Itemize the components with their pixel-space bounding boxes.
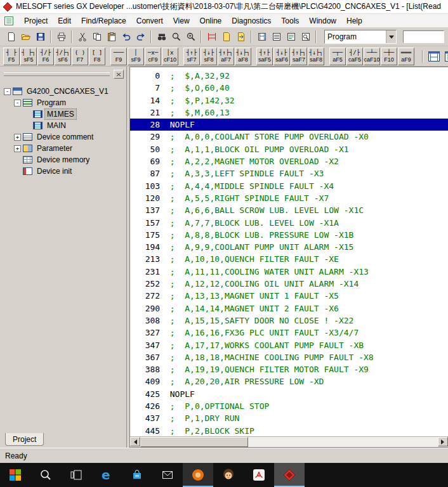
menu-help[interactable]: Help [341, 15, 367, 27]
print-button[interactable] [54, 30, 69, 44]
acrobat-button[interactable] [244, 463, 274, 487]
combo-dropdown-button[interactable] [386, 30, 396, 43]
fkey-caf10-button[interactable]: ─┴─caF10 [364, 48, 380, 65]
collapse-minus-box[interactable]: - [14, 100, 21, 107]
gx-developer-app-button[interactable] [274, 463, 305, 487]
fkey-sf5-button[interactable]: ┤ ├┐sF5 [20, 48, 37, 65]
menu-window[interactable]: Window [304, 15, 341, 27]
menu-find-replace[interactable]: Find/Replace [76, 15, 131, 27]
program-line-272[interactable]: 272 ; A,13,13,MAGNET UNIT 1 FAULT -X5 [130, 290, 448, 302]
program-line-367[interactable]: 367 ; A,18,18,MACHINE COOLING PUMP FAULT… [130, 351, 448, 363]
tree-item-device-init[interactable]: Device init [0, 166, 126, 177]
fkey-f7-button[interactable]: ( )F7 [72, 48, 88, 65]
program-line-409[interactable]: 409 ; A,20,20,AIR PRESSURE LOW -XD [130, 375, 448, 387]
menu-diagnostics[interactable]: Diagnostics [227, 15, 276, 27]
tree-item-device-comment[interactable]: +Device comment [0, 131, 126, 143]
program-line-327[interactable]: 327 ; A,16,16,FX3G PLC UNIT FAULT -X3/4/… [130, 327, 448, 339]
fkey-saf5-button[interactable]: ┤↑├saF5 [256, 48, 273, 65]
program-line-194[interactable]: 194 ; A,9,9,COOLANT PUMP UNIT ALARM -X15 [130, 241, 448, 253]
fkey-sf8-button[interactable]: ┤↓├sF8 [201, 48, 217, 65]
zoom-button[interactable] [169, 30, 183, 44]
fkey-f8-button[interactable]: [ ]F8 [89, 48, 105, 65]
program-line-426[interactable]: 426 ; P,0,OPTIONAL STOP [130, 400, 448, 412]
program-line-120[interactable]: 120 ; A,5,5,RIGHT SPINDLE FAULT -X7 [130, 192, 448, 204]
program-line-388[interactable]: 388 ; A,19,19,QUENCH FILTER MOTOR FAULT … [130, 363, 448, 375]
fkey-sf9-button[interactable]: │sF9 [128, 48, 144, 65]
fkey-sf7-button[interactable]: ┤↑├sF7 [183, 48, 200, 65]
menu-project[interactable]: Project [19, 15, 53, 27]
ladder-window-button[interactable] [426, 48, 442, 65]
program-line-425[interactable]: 425 NOPLF [130, 388, 448, 400]
ladder-mode-button[interactable] [204, 30, 219, 44]
fkey-af9-button[interactable]: ═══aF9 [398, 48, 414, 65]
start-button[interactable] [0, 463, 30, 487]
sticker-app-button[interactable] [213, 463, 244, 487]
zoom-in-button[interactable] [183, 30, 198, 44]
menu-tools[interactable]: Tools [276, 15, 304, 27]
program-line-308[interactable]: 308 ; A,15,15,SAFTY DOOR NO CLOSE ! -X22 [130, 315, 448, 327]
program-line-7[interactable]: 7 ; $,O,60,40 [130, 82, 448, 94]
write-mode-button[interactable] [234, 30, 248, 44]
redo-button[interactable] [133, 30, 148, 44]
program-line-175[interactable]: 175 ; A,8,8,BLOCK LUB. PRESSURE LOW -X1B [130, 229, 448, 241]
menu-edit[interactable]: Edit [53, 15, 76, 27]
view-monitor-button[interactable] [298, 30, 313, 44]
program-line-252[interactable]: 252 ; A,12,12,COOLING OIL UNIT ALARM -X1… [130, 278, 448, 290]
collapse-minus-box[interactable]: - [4, 88, 11, 95]
tree-item-m1mes[interactable]: M1MES [0, 108, 126, 120]
tree-item-main[interactable]: MAIN [0, 120, 126, 131]
paste-button[interactable] [104, 30, 119, 44]
scrollbar-track[interactable] [248, 437, 438, 447]
fkey-af8-button[interactable]: ┤↓├┐aF8 [235, 48, 251, 65]
view-ladder-button[interactable] [254, 30, 269, 44]
program-line-50[interactable]: 50 ; A,1,1,BLOCK OIL PUMP OVERLOAD -X1 [130, 143, 448, 155]
new-project-button[interactable] [4, 30, 18, 44]
tree-item-g4200-cnc6axes-v1[interactable]: -G4200_CNC6AXES_V1 [0, 86, 126, 97]
open-project-button[interactable] [18, 30, 33, 44]
program-line-231[interactable]: 231 ; A,11,11,COOLING WATER UNIT ALARM -… [130, 266, 448, 278]
project-tab[interactable]: Project [5, 433, 44, 446]
edge-browser-button[interactable]: e [91, 463, 122, 487]
horizontal-scrollbar[interactable] [130, 436, 448, 447]
device-entry-input[interactable] [403, 30, 444, 43]
program-line-445[interactable]: 445 ; P,2,BLOCK SKIP [130, 425, 448, 436]
tree-item-parameter[interactable]: +Parameter [0, 143, 126, 154]
expand-plus-box[interactable]: + [14, 145, 21, 152]
fkey-saf6-button[interactable]: ┤↓├saF6 [273, 48, 290, 65]
fkey-f10-button[interactable]: ─┼─F10 [381, 48, 397, 65]
view-comment-button[interactable] [284, 30, 298, 44]
undo-button[interactable] [119, 30, 133, 44]
fkey-cf9-button[interactable]: ─x─cF9 [145, 48, 161, 65]
panel-close-button[interactable] [114, 70, 124, 79]
tree-item-program[interactable]: -Program [0, 97, 126, 108]
menu-online[interactable]: Online [195, 15, 227, 27]
fkey-f6-button[interactable]: ┤/├F6 [37, 48, 54, 65]
cut-button[interactable] [75, 30, 89, 44]
program-line-213[interactable]: 213 ; A,10,10,QUENCH FILTER FAULT -XE [130, 253, 448, 265]
fkey-sf6-button[interactable]: ┤/├┐sF6 [55, 48, 71, 65]
fkey-caf5-button[interactable]: ┤/├caF5 [346, 48, 363, 65]
scroll-right-button[interactable] [438, 437, 448, 446]
fkey-af5-button[interactable]: ─┬─aF5 [329, 48, 346, 65]
program-line-14[interactable]: 14 ; $,P,142,32 [130, 94, 448, 107]
program-line-28[interactable]: 28 NOPLF [130, 119, 448, 131]
search-button[interactable] [30, 463, 61, 487]
program-line-290[interactable]: 290 ; A,14,14,MAGNET UNIT 2 FAULT -X6 [130, 302, 448, 315]
menu-view[interactable]: View [168, 15, 195, 27]
fkey-af7-button[interactable]: ┤↑├┐aF7 [218, 48, 234, 65]
view-list-button[interactable] [269, 30, 284, 44]
fkey-f5-button[interactable]: ┤ ├F5 [3, 48, 20, 65]
program-line-347[interactable]: 347 ; A,17,17,WORKS COOLANT PUMP FAULT -… [130, 339, 448, 351]
program-line-137[interactable]: 137 ; A,6,6,BALL SCROW LUB. LEVEL LOW -X… [130, 204, 448, 216]
expand-plus-box[interactable]: + [14, 134, 21, 141]
store-button[interactable] [122, 463, 152, 487]
program-line-21[interactable]: 21 ; $,M,60,13 [130, 107, 448, 119]
fkey-saf7-button[interactable]: ┤↑├┐saF7 [291, 48, 307, 65]
read-mode-button[interactable] [219, 30, 234, 44]
program-line-0[interactable]: 0 ; $,A,32,92 [130, 70, 448, 82]
program-line-69[interactable]: 69 ; A,2,2,MAGNET MOTOR OVERLOAD -X2 [130, 155, 448, 167]
program-line-29[interactable]: 29 ; A,0,0,COOLANT STORE PUMP OVERLOAD -… [130, 131, 448, 143]
orange-app-button[interactable] [183, 463, 213, 487]
program-line-437[interactable]: 437 ; P,1,DRY RUN [130, 412, 448, 424]
fkey-cf10-button[interactable]: │xcF10 [162, 48, 178, 65]
